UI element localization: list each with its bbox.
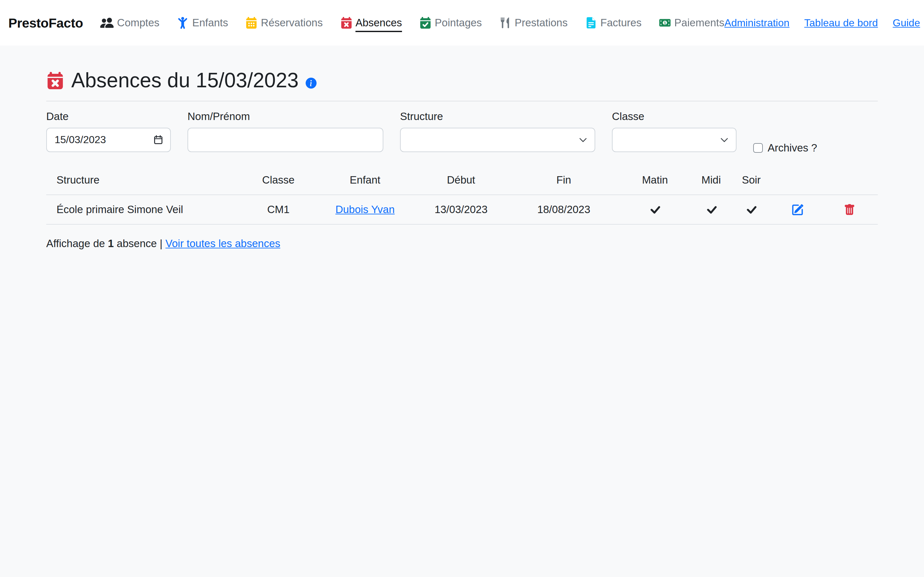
summary-middle: absence | bbox=[114, 237, 165, 249]
edit-pencil-icon bbox=[792, 204, 803, 216]
col-header-delete bbox=[821, 170, 878, 195]
classe-select[interactable] bbox=[612, 128, 737, 152]
structure-label: Structure bbox=[400, 110, 595, 122]
nav-item-label: Réservations bbox=[261, 17, 323, 29]
nav-item-label: Absences bbox=[355, 17, 402, 29]
absences-table: Structure Classe Enfant Début Fin Matin … bbox=[46, 170, 878, 224]
col-header-structure: Structure bbox=[46, 170, 237, 195]
main-content: Absences du 15/03/2023 Date bbox=[46, 45, 878, 249]
nav-item-label: Prestations bbox=[514, 17, 568, 29]
check-icon-soir bbox=[745, 203, 758, 216]
nav-item-label: Enfants bbox=[192, 17, 228, 29]
cutlery-icon bbox=[499, 17, 511, 29]
col-header-edit bbox=[774, 170, 821, 195]
nav-secondary: Administration Tableau de bord Guide Déc… bbox=[724, 13, 924, 32]
nav-item-label: Paiements bbox=[674, 17, 724, 29]
calendar-x-icon bbox=[340, 17, 352, 29]
summary-prefix: Affichage de bbox=[46, 237, 108, 249]
nav-item-prestations[interactable]: Prestations bbox=[499, 17, 568, 29]
filter-date: Date bbox=[46, 110, 171, 154]
child-link[interactable]: Dubois Yvan bbox=[335, 203, 395, 215]
filter-structure: Structure bbox=[400, 110, 595, 154]
filter-archives: Archives ? bbox=[753, 110, 817, 154]
nav-item-factures[interactable]: Factures bbox=[585, 17, 642, 29]
app-root: PrestoFacto Comptes bbox=[0, 0, 924, 288]
chevron-down-icon bbox=[720, 135, 729, 144]
calendar-x-title-icon bbox=[46, 71, 64, 90]
check-icon-midi bbox=[705, 203, 718, 216]
nav-item-label: Comptes bbox=[117, 17, 160, 29]
info-icon[interactable] bbox=[306, 78, 316, 89]
nav-item-label: Pointages bbox=[435, 17, 482, 29]
nav-link-administration[interactable]: Administration bbox=[724, 17, 790, 29]
cell-fin: 18/08/2023 bbox=[511, 195, 616, 224]
cell-structure: École primaire Simone Veil bbox=[46, 195, 237, 224]
invoice-icon bbox=[585, 17, 597, 29]
classe-label: Classe bbox=[612, 110, 737, 122]
col-header-soir: Soir bbox=[729, 170, 774, 195]
col-header-midi: Midi bbox=[693, 170, 729, 195]
main-nav: Comptes Enfants bbox=[100, 16, 725, 29]
name-label: Nom/Prénom bbox=[187, 110, 383, 122]
nav-item-absences[interactable]: Absences bbox=[340, 17, 402, 29]
title-divider bbox=[46, 101, 878, 102]
col-header-enfant: Enfant bbox=[319, 170, 411, 195]
people-icon bbox=[100, 16, 114, 29]
table-row: École primaire Simone Veil CM1 Dubois Yv… bbox=[46, 195, 878, 224]
col-header-classe: Classe bbox=[237, 170, 319, 195]
page-header: Absences du 15/03/2023 bbox=[46, 45, 878, 92]
date-label: Date bbox=[46, 110, 171, 122]
delete-button[interactable] bbox=[844, 204, 855, 216]
cash-icon: 1 bbox=[659, 17, 671, 29]
nav-item-label: Factures bbox=[600, 17, 642, 29]
date-input[interactable] bbox=[47, 128, 170, 152]
nav-item-comptes[interactable]: Comptes bbox=[100, 16, 160, 29]
col-header-debut: Début bbox=[411, 170, 511, 195]
col-header-matin: Matin bbox=[616, 170, 693, 195]
archives-checkbox[interactable] bbox=[753, 143, 763, 153]
name-input[interactable] bbox=[188, 128, 383, 152]
brand-logo[interactable]: PrestoFacto bbox=[8, 15, 83, 31]
summary-count: 1 bbox=[108, 237, 114, 249]
table-header-row: Structure Classe Enfant Début Fin Matin … bbox=[46, 170, 878, 195]
nav-item-paiements[interactable]: 1 Paiements bbox=[659, 17, 724, 29]
calendar-picker-icon[interactable] bbox=[153, 135, 163, 145]
nav-link-tableau-de-bord[interactable]: Tableau de bord bbox=[804, 17, 878, 29]
chevron-down-icon bbox=[579, 135, 587, 144]
cell-classe: CM1 bbox=[237, 195, 319, 224]
nav-item-reservations[interactable]: Réservations bbox=[246, 17, 323, 29]
archives-label: Archives ? bbox=[768, 142, 817, 154]
filter-bar: Date Nom/Prénom bbox=[46, 110, 878, 154]
view-all-absences-link[interactable]: Voir toutes les absences bbox=[165, 237, 280, 249]
col-header-fin: Fin bbox=[511, 170, 616, 195]
calendar-dots-icon bbox=[246, 17, 258, 29]
filter-classe: Classe bbox=[612, 110, 737, 154]
filter-name: Nom/Prénom bbox=[187, 110, 383, 154]
absences-table-wrap: Structure Classe Enfant Début Fin Matin … bbox=[46, 170, 878, 224]
check-icon-matin bbox=[648, 203, 661, 216]
cell-debut: 13/03/2023 bbox=[411, 195, 511, 224]
nav-item-enfants[interactable]: Enfants bbox=[177, 17, 228, 29]
trash-icon bbox=[844, 204, 855, 216]
nav-item-pointages[interactable]: Pointages bbox=[419, 17, 482, 29]
page-title: Absences du 15/03/2023 bbox=[71, 69, 298, 92]
calendar-check-icon bbox=[419, 17, 432, 29]
structure-select[interactable] bbox=[400, 128, 595, 152]
top-navbar: PrestoFacto Comptes bbox=[0, 0, 924, 45]
svg-text:1: 1 bbox=[664, 21, 666, 25]
child-icon bbox=[177, 17, 189, 29]
nav-link-guide[interactable]: Guide bbox=[893, 17, 920, 29]
edit-button[interactable] bbox=[792, 204, 803, 216]
results-summary: Affichage de 1 absence | Voir toutes les… bbox=[46, 237, 878, 249]
